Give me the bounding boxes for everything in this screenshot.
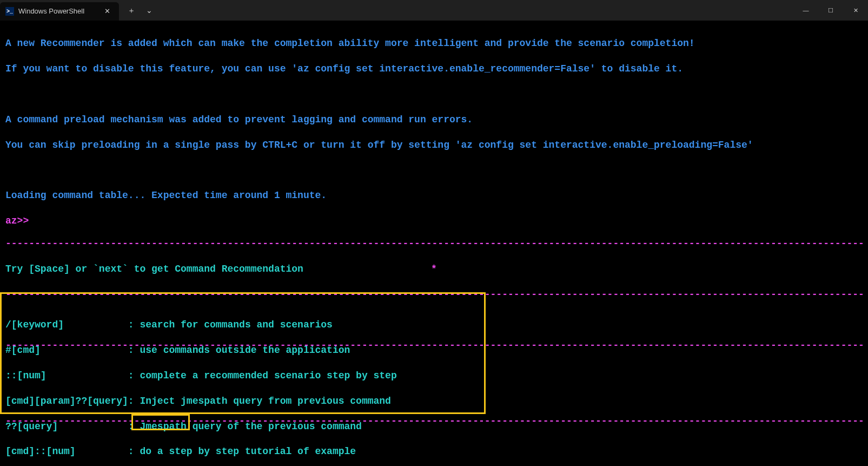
preload-info-line1: A command preload mechanism was added to… (5, 114, 863, 126)
terminal-output[interactable]: A new Recommender is added which can mak… (0, 21, 868, 240)
new-tab-button[interactable]: ＋ (123, 3, 140, 17)
window-controls: — ☐ ✕ (793, 0, 868, 21)
tab-title: Windows PowerShell (18, 7, 97, 16)
divider: ----------------------------------------… (5, 288, 863, 301)
preload-info-line2: You can skip preloading in a single pass… (5, 139, 863, 152)
help-row: ::[num] : complete a recommended scenari… (5, 370, 560, 382)
tab-actions: ＋ ⌄ (119, 0, 161, 21)
titlebar: >_ Windows PowerShell ✕ ＋ ⌄ — ☐ ✕ (0, 0, 868, 21)
help-row: /[keyword] : search for commands and sce… (5, 319, 560, 331)
tab-close-button[interactable]: ✕ (101, 6, 114, 17)
minimize-button[interactable]: — (793, 0, 818, 21)
help-row: [cmd]::[num] : do a step by step tutoria… (5, 445, 560, 458)
help-row: ??[query] : Jmespath query of the previo… (5, 421, 560, 433)
close-window-button[interactable]: ✕ (843, 0, 868, 21)
star-indicator: * (431, 263, 437, 275)
help-row: [cmd][param]??[query]: Inject jmespath q… (5, 395, 560, 408)
tab-powershell[interactable]: >_ Windows PowerShell ✕ (0, 2, 119, 21)
tab-dropdown-button[interactable]: ⌄ (142, 3, 157, 17)
maximize-button[interactable]: ☐ (818, 0, 843, 21)
recommendation-hint: Try [Space] or `next` to get Command Rec… (5, 264, 303, 274)
help-row: #[cmd] : use commands outside the applic… (5, 344, 560, 357)
powershell-icon: >_ (5, 7, 14, 16)
help-shortcuts: /[keyword] : search for commands and sce… (5, 306, 560, 466)
divider: ----------------------------------------… (5, 238, 863, 250)
recommender-info-line1: A new Recommender is added which can mak… (5, 37, 863, 50)
loading-status: Loading command table... Expected time a… (5, 189, 863, 202)
recommender-info-line2: If you want to disable this feature, you… (5, 63, 863, 75)
